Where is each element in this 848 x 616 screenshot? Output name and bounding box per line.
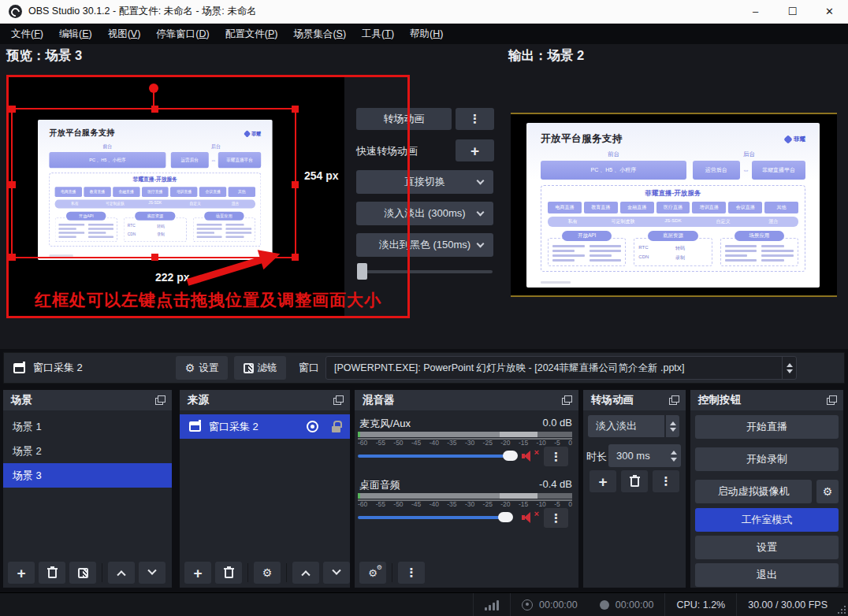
plus-icon: + xyxy=(598,474,607,489)
slide-app-box: 培训直播 xyxy=(692,202,726,213)
visibility-icon[interactable] xyxy=(307,421,318,432)
scene-filters-button[interactable] xyxy=(69,562,96,584)
title-bar: OBS Studio 30.1.2 - 配置文件: 未命名 - 场景: 未命名 … xyxy=(0,0,848,24)
popout-icon[interactable] xyxy=(827,395,837,405)
popout-icon[interactable] xyxy=(333,395,344,405)
menu-item[interactable]: 编辑(E) xyxy=(51,24,100,44)
menu-item[interactable]: 帮助(H) xyxy=(402,24,451,44)
chevron-down-icon xyxy=(477,209,485,217)
menu-item[interactable]: 工具(T) xyxy=(354,24,402,44)
advanced-audio-button[interactable]: ⚙⚙ xyxy=(359,562,386,584)
popout-icon[interactable] xyxy=(669,395,679,405)
channel-menu-button[interactable]: ⋮ xyxy=(544,508,568,528)
meter-ticks: -60-55-50-45-40-35-30-25-20-15-10-50 xyxy=(358,500,572,508)
scenes-dock: 场景 场景 1 场景 2 场景 3 + xyxy=(3,390,172,588)
move-source-up-button[interactable] xyxy=(292,562,319,584)
source-settings-button[interactable]: ⚙设置 xyxy=(176,356,228,380)
fps-indicator: 30.00 / 30.00 FPS xyxy=(737,599,839,610)
slide-back-group: 后台 运营后台 ⇔ 菲耀直播平台 xyxy=(693,150,805,180)
remove-scene-button[interactable] xyxy=(39,562,65,584)
transition-select[interactable]: 淡入淡出 xyxy=(588,415,664,437)
add-scene-button[interactable]: + xyxy=(8,562,35,584)
menu-item[interactable]: 停靠窗口(D) xyxy=(148,24,217,44)
mute-icon[interactable]: × xyxy=(522,512,537,523)
chevron-down-icon xyxy=(147,566,156,575)
remove-transition-button[interactable] xyxy=(621,470,648,492)
exit-button[interactable]: 退出 xyxy=(695,563,839,587)
sources-dock: 来源 窗口采集 2 + ⚙ xyxy=(180,390,350,588)
popout-icon[interactable] xyxy=(562,395,572,405)
double-arrow-icon: ⇔ xyxy=(742,166,749,174)
menu-item[interactable]: 场景集合(S) xyxy=(285,24,354,44)
transition-select-spinner[interactable] xyxy=(665,415,679,437)
toolbar-separator xyxy=(392,563,392,582)
scene-item-1[interactable]: 场景 1 xyxy=(3,414,172,439)
slide-app-box: 医疗直播 xyxy=(656,202,690,213)
spin-up-icon xyxy=(671,451,677,455)
program-canvas: 开放平台服务支持 菲耀 前台 PC 、H5 、小程序 后台 运营后台 ⇔ 菲耀直… xyxy=(511,113,837,297)
trash-icon xyxy=(47,567,58,578)
source-properties-button[interactable]: ⚙ xyxy=(254,562,281,584)
remove-source-button[interactable] xyxy=(215,562,242,584)
sources-dock-header: 来源 xyxy=(180,390,350,410)
annotation-height-label: 222 px xyxy=(155,271,190,284)
virtual-cam-config-button[interactable]: ⚙ xyxy=(816,480,839,503)
add-transition-button[interactable]: + xyxy=(590,470,616,492)
kebab-icon: ⋮ xyxy=(550,450,562,464)
scene-item-2[interactable]: 场景 2 xyxy=(3,439,172,463)
start-virtual-cam-button[interactable]: 启动虚拟摄像机 xyxy=(695,480,812,503)
transition-properties-button[interactable]: ⋮ xyxy=(653,470,679,492)
start-streaming-button[interactable]: 开始直播 xyxy=(695,415,839,439)
resize-grip[interactable] xyxy=(839,607,846,614)
move-scene-down-button[interactable] xyxy=(139,562,166,584)
mixer-menu-button[interactable]: ⋮ xyxy=(398,562,425,584)
mixer-channel-db: -0.4 dB xyxy=(539,478,572,490)
minimize-button[interactable]: – xyxy=(737,0,774,23)
menu-item[interactable]: 视图(V) xyxy=(100,24,149,44)
mixer-dock: 混音器 麦克风/Aux 0.0 dB -60-55-50-45-40-35-30… xyxy=(355,390,578,588)
source-name: 窗口采集 2 xyxy=(33,361,83,375)
volume-slider-handle[interactable] xyxy=(498,512,513,522)
popout-icon[interactable] xyxy=(155,395,166,405)
combo-spinner[interactable] xyxy=(782,357,796,379)
source-item-selected[interactable]: 窗口采集 2 xyxy=(180,414,350,439)
mute-icon[interactable]: × xyxy=(522,451,537,462)
add-source-button[interactable]: + xyxy=(184,562,211,584)
slide-title: 开放平台服务支持 xyxy=(541,132,623,146)
channel-menu-button[interactable]: ⋮ xyxy=(544,447,568,466)
transition-menu-button[interactable]: ⋮ xyxy=(456,108,494,130)
chevron-down-icon xyxy=(477,240,485,248)
lock-icon[interactable] xyxy=(332,421,340,432)
add-quick-transition-button[interactable]: + xyxy=(456,139,494,161)
chevron-up-icon xyxy=(117,570,125,579)
menu-item[interactable]: 配置文件(P) xyxy=(218,24,286,44)
menu-bar: 文件(F)编辑(E)视图(V)停靠窗口(D)配置文件(P)场景集合(S)工具(T… xyxy=(0,24,848,44)
close-button[interactable]: ✕ xyxy=(811,0,848,23)
move-source-down-button[interactable] xyxy=(323,562,350,584)
duration-spinbox[interactable]: 300 ms xyxy=(608,444,681,467)
record-timer: 00:00:00 xyxy=(589,599,665,610)
maximize-button[interactable]: ☐ xyxy=(774,0,811,23)
kebab-icon: ⋮ xyxy=(406,566,418,580)
window-title: OBS Studio 30.1.2 - 配置文件: 未命名 - 场景: 未命名 xyxy=(28,5,257,18)
move-scene-up-button[interactable] xyxy=(108,562,135,584)
volume-slider-track[interactable] xyxy=(358,516,501,519)
mixer-channel-db: 0.0 dB xyxy=(542,417,572,429)
trash-icon xyxy=(224,567,234,578)
settings-button[interactable]: 设置 xyxy=(695,536,839,559)
studio-mode-button[interactable]: 工作室模式 xyxy=(695,508,839,532)
volume-meter xyxy=(358,432,572,437)
kebab-icon: ⋮ xyxy=(469,112,481,126)
scene-item-3-selected[interactable]: 场景 3 xyxy=(3,463,172,488)
volume-slider-handle[interactable] xyxy=(503,451,518,461)
source-filters-button[interactable]: 滤镜 xyxy=(234,356,286,380)
start-recording-button[interactable]: 开始录制 xyxy=(695,447,839,471)
volume-slider-track[interactable] xyxy=(358,455,506,458)
menu-item[interactable]: 文件(F) xyxy=(3,24,51,44)
duration-label: 时长 xyxy=(586,450,607,464)
preview-label: 预览：场景 3 xyxy=(6,47,82,65)
window-select-combo[interactable]: [POWERPNT.EXE]: PowerPoint 幻灯片放映 - [2024… xyxy=(325,356,797,380)
obs-logo-icon xyxy=(9,5,22,18)
annotation-caption: 红框处可以左键点击拖拽位置及调整画面大小 xyxy=(9,289,407,311)
plus-icon: + xyxy=(470,143,479,158)
